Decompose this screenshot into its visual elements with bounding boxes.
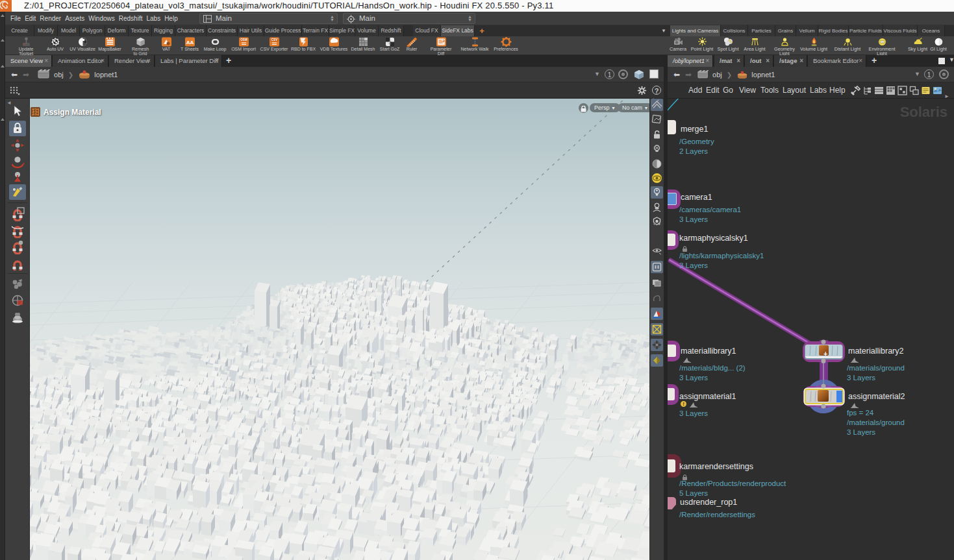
svg-text:OSM: OSM (240, 38, 247, 42)
svg-text:CSV: CSV (271, 38, 277, 42)
svg-text:AA: AA (186, 40, 194, 45)
